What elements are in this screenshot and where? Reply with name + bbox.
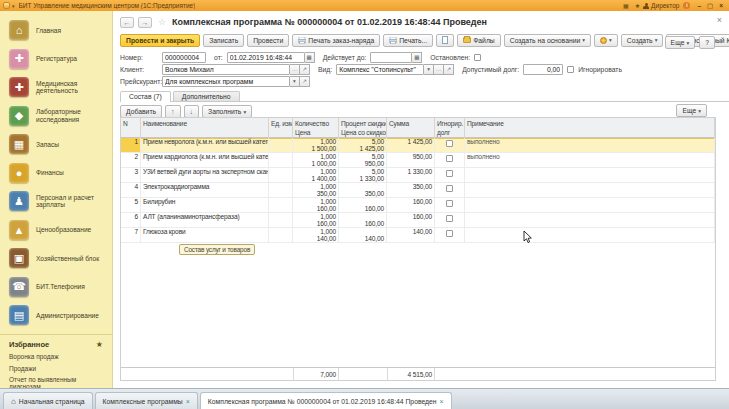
open-icon[interactable]: ↗ bbox=[300, 64, 310, 75]
print-button[interactable]: Печать... bbox=[383, 34, 433, 47]
close-tab-icon[interactable]: × bbox=[186, 398, 190, 405]
sidebar-item[interactable]: ☎ БИТ.Телефония bbox=[0, 273, 112, 302]
table-row[interactable]: 6 АЛТ (аланинаминотрансфераза) 1,000 160… bbox=[121, 213, 715, 228]
ignore-label: Игнорировать bbox=[578, 66, 622, 73]
current-user[interactable]: Директор bbox=[651, 2, 679, 9]
table-row[interactable]: 5 Билирубин 1,000 160,00 160,00 160,00 bbox=[121, 198, 715, 213]
more-button[interactable]: Еще▾ bbox=[665, 36, 696, 49]
row-number: 3 bbox=[121, 168, 141, 183]
sidebar-item[interactable]: ♟ Персонал и расчет зарплаты bbox=[0, 187, 112, 216]
table-row[interactable]: 1 Прием невролога (к.м.н. или высшей кат… bbox=[121, 138, 715, 153]
row-number: 2 bbox=[121, 153, 141, 168]
create-based-on-button[interactable]: Создать на основании▾ bbox=[504, 34, 591, 47]
ignore-debt-checkbox[interactable] bbox=[446, 200, 453, 207]
close-window-button[interactable]: × bbox=[719, 2, 723, 9]
date-field[interactable] bbox=[227, 52, 305, 63]
calendar-icon[interactable]: ▦ bbox=[305, 52, 315, 63]
print-order-button[interactable]: Печать заказ-наряда bbox=[292, 34, 380, 47]
table-body: 1 Прием невролога (к.м.н. или высшей кат… bbox=[121, 138, 715, 243]
table-row[interactable]: 7 Глюкоза крови 1,000 140,00 140,00 140,… bbox=[121, 228, 715, 243]
ellipsis-icon[interactable]: … bbox=[290, 64, 300, 75]
sidebar-item[interactable]: ◆ Лабораторные исследования bbox=[0, 102, 112, 131]
composition-hint-button[interactable]: Состав услуг и товаров bbox=[179, 244, 255, 255]
apps-icon[interactable]: ▦ bbox=[623, 2, 629, 9]
open-icon[interactable]: ↗ bbox=[300, 76, 310, 87]
administration-icon: ▤ bbox=[9, 305, 29, 325]
ignore-debt-checkbox[interactable] bbox=[446, 140, 453, 147]
table-more-button[interactable]: Еще▾ bbox=[676, 104, 707, 117]
favorites-icon[interactable]: ★ bbox=[635, 2, 640, 9]
sidebar-item[interactable]: ▦ Запасы bbox=[0, 130, 112, 159]
pricelist-field[interactable] bbox=[162, 76, 290, 87]
sidebar-item[interactable]: ▤ Администрирование bbox=[0, 301, 112, 330]
star-icon[interactable]: ★ bbox=[96, 340, 103, 349]
favorite-star-icon[interactable]: ☆ bbox=[158, 17, 166, 27]
table-header: N Наименование Ед. изм. КоличествоЦена П… bbox=[121, 118, 715, 138]
row-ignore-debt bbox=[435, 138, 465, 153]
valid-until-field[interactable] bbox=[370, 52, 412, 63]
minimize-button[interactable]: – bbox=[697, 2, 701, 9]
ignore-debt-checkbox[interactable] bbox=[446, 155, 453, 162]
favorite-link[interactable]: Воронка продаж bbox=[9, 353, 103, 360]
window-tab[interactable]: ⌂ Комплексные программы × bbox=[95, 392, 198, 409]
sidebar-item[interactable]: ● Финансы bbox=[0, 159, 112, 188]
report-sheet-button[interactable] bbox=[436, 34, 454, 47]
post-and-close-button[interactable]: Провести и закрыть bbox=[120, 34, 200, 47]
close-form-icon[interactable]: × bbox=[717, 16, 722, 25]
table-row[interactable]: 2 Прием кардиолога (к.м.н. или высшей ка… bbox=[121, 153, 715, 168]
favorite-link[interactable]: Отчет по выявленным диагнозам bbox=[9, 376, 103, 388]
open-icon[interactable]: ↗ bbox=[444, 64, 454, 75]
sidebar-item[interactable]: ✚ Медицинская деятельность bbox=[0, 73, 112, 102]
row-unit bbox=[269, 198, 293, 213]
table-row[interactable]: 4 Электрокардиограмма 1,000 350,00 350,0… bbox=[121, 183, 715, 198]
post-button[interactable]: Провести bbox=[247, 34, 289, 47]
help-button[interactable]: ? bbox=[699, 36, 715, 49]
client-field[interactable] bbox=[162, 64, 290, 75]
sidebar-item[interactable]: ▣ Хозяйственный блок bbox=[0, 244, 112, 273]
tab[interactable]: Состав (7) bbox=[120, 91, 171, 103]
client-label: Клиент: bbox=[120, 66, 162, 73]
chevron-down-icon[interactable]: ▾ bbox=[290, 76, 300, 87]
sidebar-item[interactable]: ⌂ Главная bbox=[0, 16, 112, 45]
calendar-icon[interactable]: ▦ bbox=[412, 52, 422, 63]
valid-until-label: Действует до: bbox=[323, 54, 367, 61]
row-qty-price: 1,000 160,00 bbox=[293, 198, 339, 213]
number-field[interactable] bbox=[162, 52, 206, 63]
window-tab[interactable]: ⌂ Комплексная программа № 000000004 от 0… bbox=[200, 392, 452, 409]
kind-field[interactable] bbox=[336, 64, 424, 75]
sidebar-item[interactable]: ✚ Регистратура bbox=[0, 45, 112, 74]
coin-dropdown-button[interactable]: ▾ bbox=[594, 34, 618, 47]
favorite-link[interactable]: Продажи bbox=[9, 365, 103, 372]
forward-button[interactable]: → bbox=[138, 17, 152, 28]
ignore-debt-checkbox[interactable] bbox=[446, 170, 453, 177]
allowed-debt-field[interactable] bbox=[523, 64, 563, 75]
app-icon[interactable] bbox=[3, 2, 10, 9]
ignore-debt-checkbox[interactable] bbox=[446, 185, 453, 192]
document-form: × ← → ☆ Комплексная программа № 00000000… bbox=[113, 11, 729, 388]
save-button[interactable]: Записать bbox=[203, 34, 244, 47]
chevron-down-icon[interactable]: ▾ bbox=[424, 64, 434, 75]
row-name: Электрокардиограмма bbox=[141, 183, 269, 198]
finance-coins-icon: ● bbox=[9, 163, 29, 183]
close-tab-icon[interactable]: × bbox=[440, 398, 444, 405]
files-button[interactable]: Файлы bbox=[457, 34, 501, 47]
ignore-checkbox[interactable] bbox=[567, 66, 574, 73]
ellipsis-icon[interactable]: … bbox=[434, 64, 444, 75]
sidebar-item[interactable]: ▲ Ценообразование bbox=[0, 216, 112, 245]
tab[interactable]: Дополнительно bbox=[173, 91, 240, 102]
back-button[interactable]: ← bbox=[120, 17, 134, 28]
table-row[interactable]: 3 УЗИ ветвей дуги аорты на экспертном ск… bbox=[121, 168, 715, 183]
main-menu-arrow-icon[interactable]: ▾ bbox=[12, 3, 15, 9]
stopped-checkbox[interactable] bbox=[474, 54, 481, 61]
ignore-debt-checkbox[interactable] bbox=[446, 215, 453, 222]
info-icon[interactable]: i bbox=[683, 2, 690, 9]
ignore-debt-checkbox[interactable] bbox=[446, 230, 453, 237]
sidebar-item-label: Главная bbox=[36, 27, 61, 35]
row-ignore-debt bbox=[435, 183, 465, 198]
maximize-button[interactable]: ▢ bbox=[707, 2, 713, 10]
row-sum: 160,00 bbox=[387, 213, 435, 228]
create-button[interactable]: Создать▾ bbox=[621, 34, 664, 47]
window-tab[interactable]: ⌂ Начальная страница × bbox=[3, 392, 93, 409]
date-label: от: bbox=[214, 54, 223, 61]
row-sum: 160,00 bbox=[387, 198, 435, 213]
